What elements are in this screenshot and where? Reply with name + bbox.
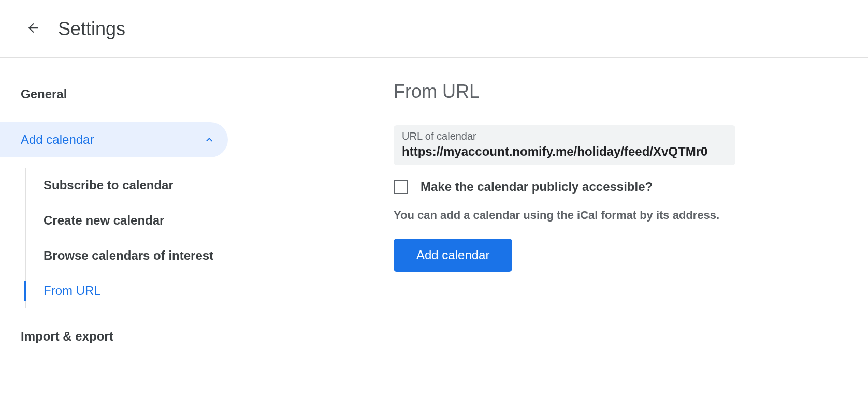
page-title: Settings — [58, 18, 125, 40]
public-checkbox[interactable] — [394, 180, 408, 194]
sidebar-item-import-export[interactable]: Import & export — [0, 323, 228, 350]
settings-sidebar: General Add calendar Subscribe to calend… — [0, 81, 228, 364]
settings-header: Settings — [0, 0, 868, 58]
chevron-up-icon — [203, 134, 215, 146]
public-checkbox-row: Make the calendar publicly accessible? — [394, 180, 837, 194]
url-input-group[interactable]: URL of calendar — [394, 125, 735, 165]
public-checkbox-label: Make the calendar publicly accessible? — [421, 180, 653, 194]
url-input[interactable] — [402, 144, 727, 159]
help-text: You can add a calendar using the iCal fo… — [394, 209, 837, 222]
back-button[interactable] — [21, 17, 46, 41]
sidebar-item-subscribe[interactable]: Subscribe to calendar — [25, 168, 228, 203]
add-calendar-subitems: Subscribe to calendar Create new calenda… — [0, 168, 228, 308]
main-panel: From URL URL of calendar Make the calend… — [228, 81, 868, 364]
arrow-left-icon — [26, 21, 40, 37]
sidebar-item-browse[interactable]: Browse calendars of interest — [25, 238, 228, 273]
sidebar-item-create-new[interactable]: Create new calendar — [25, 203, 228, 238]
add-calendar-button[interactable]: Add calendar — [394, 239, 512, 272]
url-input-label: URL of calendar — [402, 130, 727, 142]
content-area: General Add calendar Subscribe to calend… — [0, 58, 868, 364]
sidebar-item-from-url[interactable]: From URL — [25, 273, 228, 308]
sidebar-item-add-calendar[interactable]: Add calendar — [0, 122, 228, 157]
section-title: From URL — [394, 81, 837, 102]
sidebar-item-general[interactable]: General — [0, 81, 228, 108]
sidebar-item-label: Add calendar — [21, 132, 94, 147]
